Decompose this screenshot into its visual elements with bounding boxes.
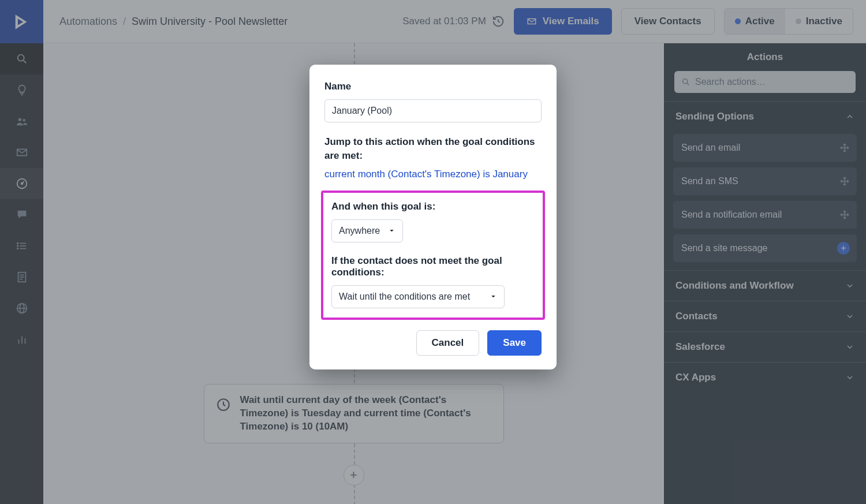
notmet-select[interactable]: Wait until the conditions are met [331, 285, 505, 308]
when-goal-value: Anywhere [339, 226, 380, 236]
jump-description: Jump to this action when the goal condit… [324, 135, 542, 163]
caret-down-icon [388, 227, 395, 234]
modal-overlay[interactable]: Name Jump to this action when the goal c… [0, 0, 866, 504]
condition-link[interactable]: current month (Contact's Timezone) is Ja… [324, 169, 542, 180]
caret-down-icon [490, 293, 497, 300]
highlighted-section: And when this goal is: Anywhere If the c… [321, 191, 545, 320]
name-label: Name [324, 81, 542, 92]
when-goal-label: And when this goal is: [331, 201, 535, 212]
when-goal-select[interactable]: Anywhere [331, 219, 403, 242]
save-button[interactable]: Save [487, 330, 542, 356]
name-input[interactable] [324, 99, 542, 122]
notmet-value: Wait until the conditions are met [339, 292, 470, 302]
cancel-button[interactable]: Cancel [416, 330, 480, 356]
goal-modal: Name Jump to this action when the goal c… [309, 65, 557, 369]
notmet-label: If the contact does not meet the goal co… [331, 255, 535, 278]
